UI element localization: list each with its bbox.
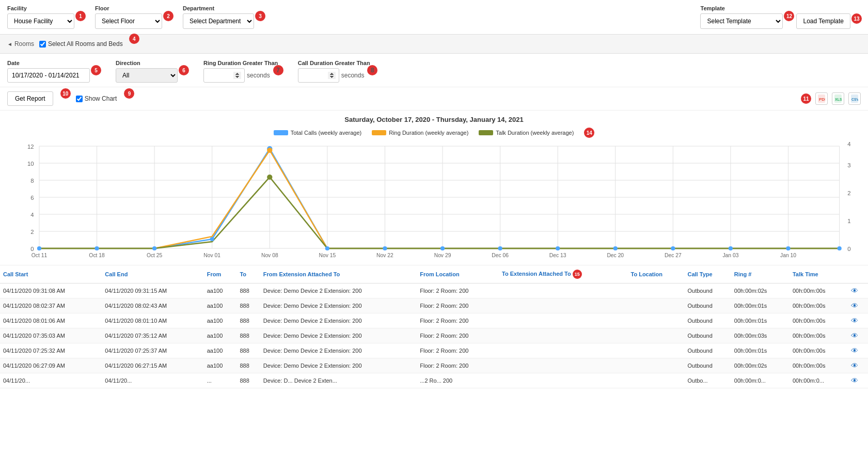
table-row: 04/11/2020 09:31:08 AM04/11/2020 09:31:1… xyxy=(0,284,868,298)
table-cell-2-11[interactable]: 👁 xyxy=(848,313,868,328)
table-section: Call Start Call End From To From Extensi… xyxy=(0,265,868,388)
col-talk: Talk Time xyxy=(790,265,848,284)
badge-4: 4 xyxy=(129,34,139,44)
pdf-export-icon[interactable]: PDF xyxy=(815,92,828,105)
table-cell-6-11[interactable]: 👁 xyxy=(848,373,868,388)
col-call-end: Call End xyxy=(102,265,203,284)
select-all-rooms-checkbox[interactable] xyxy=(39,41,46,48)
svg-text:CSV: CSV xyxy=(851,98,858,101)
col-from: From xyxy=(204,265,237,284)
svg-point-67 xyxy=(786,246,790,250)
ring-duration-input[interactable] xyxy=(203,68,245,83)
table-cell-2-8: Outbound xyxy=(685,313,731,328)
badge-14: 14 xyxy=(584,128,594,138)
svg-point-64 xyxy=(613,246,618,250)
table-row: 04/11/2020 07:25:32 AM04/11/2020 07:25:3… xyxy=(0,343,868,358)
show-chart-label[interactable]: Show Chart xyxy=(76,95,117,102)
floor-group: Floor Select Floor 2 xyxy=(95,5,172,29)
department-select[interactable]: Select Department xyxy=(183,13,254,29)
table-cell-1-5: Floor: 2 Room: 200 xyxy=(417,298,499,313)
table-cell-5-9: 00h:00m:02s xyxy=(731,358,790,373)
table-cell-6-5: ...2 Ro... 200 xyxy=(417,373,499,388)
facility-select[interactable]: House Facility xyxy=(7,13,74,29)
table-cell-0-11[interactable]: 👁 xyxy=(848,284,868,298)
table-cell-4-3: 888 xyxy=(236,343,260,358)
filters-row: Date 5 Direction AllInboundOutbound 6 Ri… xyxy=(0,54,868,87)
col-call-start: Call Start xyxy=(0,265,102,284)
svg-text:4: 4 xyxy=(847,141,850,147)
svg-text:3: 3 xyxy=(847,162,850,168)
svg-point-66 xyxy=(729,246,733,250)
table-cell-3-0: 04/11/2020 07:35:03 AM xyxy=(0,328,102,343)
csv-export-icon[interactable]: CSV xyxy=(848,92,861,105)
table-cell-6-1: 04/11/20... xyxy=(102,373,203,388)
table-cell-5-5: Floor: 2 Room: 200 xyxy=(417,358,499,373)
table-cell-0-7 xyxy=(628,284,685,298)
table-cell-1-11[interactable]: 👁 xyxy=(848,298,868,313)
get-report-button[interactable]: Get Report xyxy=(7,91,53,106)
table-cell-5-0: 04/11/2020 06:27:09 AM xyxy=(0,358,102,373)
template-select[interactable]: Select Template xyxy=(700,13,783,29)
rooms-toggle[interactable]: ◄ Rooms xyxy=(7,40,34,48)
table-cell-6-6 xyxy=(499,373,627,388)
col-to-loc: To Location xyxy=(628,265,685,284)
badge-13: 13 xyxy=(851,13,862,24)
xls-export-icon[interactable]: XLS xyxy=(832,92,844,105)
date-input[interactable] xyxy=(7,68,90,83)
show-chart-text: Show Chart xyxy=(85,95,117,102)
svg-point-55 xyxy=(94,246,99,250)
facility-group: Facility House Facility 1 xyxy=(7,5,85,29)
badge-8: 8 xyxy=(367,65,377,75)
table-cell-2-6 xyxy=(499,313,627,328)
svg-text:Oct 25: Oct 25 xyxy=(147,253,163,258)
table-cell-5-7 xyxy=(628,358,685,373)
load-template-button[interactable]: Load Template xyxy=(796,13,850,29)
table-cell-0-5: Floor: 2 Room: 200 xyxy=(417,284,499,298)
svg-text:Jan 03: Jan 03 xyxy=(722,253,738,258)
chart-legend: Total Calls (weekly average) Ring Durati… xyxy=(7,128,861,138)
table-cell-3-11[interactable]: 👁 xyxy=(848,328,868,343)
table-cell-2-1: 04/11/2020 08:01:10 AM xyxy=(102,313,203,328)
col-to: To xyxy=(236,265,260,284)
legend-swatch-talk xyxy=(479,130,493,135)
table-cell-1-3: 888 xyxy=(236,298,260,313)
svg-point-63 xyxy=(556,246,560,250)
svg-text:Dec 20: Dec 20 xyxy=(607,253,624,258)
table-row: 04/11/20...04/11/20......888Device: D...… xyxy=(0,373,868,388)
svg-text:4: 4 xyxy=(30,212,34,218)
rooms-label: Rooms xyxy=(14,40,34,48)
legend-label-ring: Ring Duration (weekly average) xyxy=(389,130,468,136)
table-cell-0-2: aa100 xyxy=(204,284,237,298)
direction-select[interactable]: AllInboundOutbound xyxy=(116,68,178,83)
table-cell-4-7 xyxy=(628,343,685,358)
table-cell-2-5: Floor: 2 Room: 200 xyxy=(417,313,499,328)
date-label: Date xyxy=(7,60,100,66)
table-cell-4-10: 00h:00m:00s xyxy=(790,343,848,358)
template-label: Template xyxy=(700,5,793,11)
call-duration-input[interactable] xyxy=(298,68,339,83)
show-chart-checkbox[interactable] xyxy=(76,96,83,102)
floor-select[interactable]: Select Floor xyxy=(95,13,162,29)
chart-container: 0 2 4 6 8 10 12 0 1 2 3 4 Oct 11 Oct 18 … xyxy=(7,141,861,260)
legend-talk-duration: Talk Duration (weekly average) xyxy=(479,128,574,138)
table-cell-5-11[interactable]: 👁 xyxy=(848,358,868,373)
col-from-ext: From Extension Attached To xyxy=(260,265,417,284)
actions-row: Get Report 10 Show Chart 9 11 PDF XLS CS… xyxy=(0,87,868,111)
call-duration-input-row: seconds 8 xyxy=(298,68,377,83)
table-cell-1-0: 04/11/2020 08:02:37 AM xyxy=(0,298,102,313)
table-cell-4-2: aa100 xyxy=(204,343,237,358)
svg-text:Nov 08: Nov 08 xyxy=(261,253,278,258)
table-cell-6-2: ... xyxy=(204,373,237,388)
table-cell-0-6 xyxy=(499,284,627,298)
table-cell-4-1: 04/11/2020 07:25:37 AM xyxy=(102,343,203,358)
svg-text:Nov 29: Nov 29 xyxy=(434,253,451,258)
table-cell-4-11[interactable]: 👁 xyxy=(848,343,868,358)
chart-title: Saturday, October 17, 2020 - Thursday, J… xyxy=(7,116,861,123)
table-cell-5-2: aa100 xyxy=(204,358,237,373)
svg-text:1: 1 xyxy=(847,218,850,224)
table-cell-1-2: aa100 xyxy=(204,298,237,313)
table-cell-3-9: 00h:00m:03s xyxy=(731,328,790,343)
table-cell-2-3: 888 xyxy=(236,313,260,328)
facility-label: Facility xyxy=(7,5,85,11)
select-all-rooms-label[interactable]: Select All Rooms and Beds xyxy=(39,40,123,48)
